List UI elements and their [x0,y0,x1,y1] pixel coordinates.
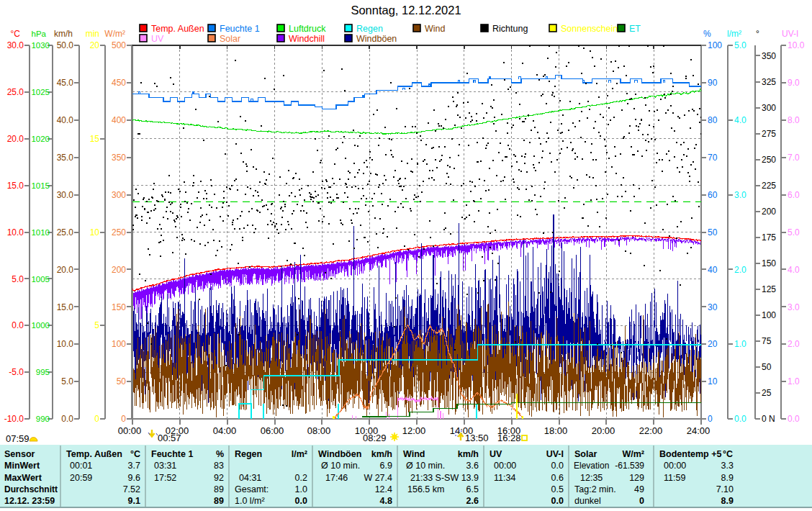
svg-text:400: 400 [112,115,126,125]
svg-text:km/h: km/h [458,449,479,459]
svg-text:0.2: 0.2 [295,473,307,483]
svg-text:22:00: 22:00 [639,425,663,436]
svg-text:300: 300 [762,103,776,113]
svg-text:100: 100 [112,339,126,349]
svg-text:%: % [216,449,224,459]
svg-text:10: 10 [708,376,718,386]
svg-text:8.0: 8.0 [788,115,800,125]
svg-text:12.12. 23:59: 12.12. 23:59 [4,496,55,506]
svg-text:Wind: Wind [403,449,425,459]
svg-text:UV: UV [151,34,164,44]
svg-text:1000: 1000 [31,321,50,330]
svg-text:990: 990 [36,415,50,423]
svg-text:15.0: 15.0 [57,302,74,312]
svg-text:0.5: 0.5 [551,484,564,494]
svg-text:83: 83 [214,461,224,471]
svg-text:Gesamt:: Gesamt: [235,484,269,494]
svg-text:W 27.4: W 27.4 [364,473,392,483]
svg-text:17:46: 17:46 [325,473,348,483]
svg-text:0.0: 0.0 [788,414,800,424]
svg-text:1015: 1015 [31,181,50,190]
svg-text:25.0: 25.0 [57,227,74,238]
svg-text:Ø 10 min.: Ø 10 min. [406,461,445,471]
svg-text:04:00: 04:00 [213,425,237,436]
svg-text:0.0: 0.0 [551,496,564,506]
svg-text:24:00: 24:00 [687,425,710,436]
svg-text:Tag:2 min.: Tag:2 min. [574,484,616,494]
svg-text:80: 80 [708,115,718,125]
svg-text:Temp. Außen: Temp. Außen [151,24,204,34]
svg-text:350: 350 [112,153,126,163]
svg-text:ET: ET [629,24,641,34]
svg-text:00:00: 00:00 [118,425,142,436]
svg-text:5.0: 5.0 [12,274,24,284]
svg-text:0.0: 0.0 [61,414,73,424]
svg-text:0: 0 [762,414,767,424]
svg-text:1.0: 1.0 [788,376,800,386]
svg-text:20.0: 20.0 [7,134,24,144]
svg-text:25.0: 25.0 [7,87,24,97]
svg-text:3.0: 3.0 [734,190,746,200]
svg-text:Wind: Wind [425,24,446,34]
svg-text:1025: 1025 [31,88,50,96]
svg-text:100: 100 [708,40,722,50]
svg-text:20:00: 20:00 [592,425,615,436]
svg-text:995: 995 [36,368,50,376]
svg-text:1020: 1020 [31,135,50,143]
svg-text:9.0: 9.0 [788,78,800,88]
svg-text:Windchill: Windchill [289,34,325,44]
svg-text:5.0: 5.0 [61,376,73,386]
svg-text:Solar: Solar [574,449,597,459]
svg-text:0.0: 0.0 [12,320,24,330]
svg-text:S-SW 13.9: S-SW 13.9 [436,473,479,483]
svg-text:00:00: 00:00 [664,461,686,471]
svg-text:4.0: 4.0 [734,115,746,125]
svg-text:70: 70 [708,153,718,163]
svg-text:0.6: 0.6 [551,473,564,483]
svg-text:50.0: 50.0 [57,40,74,50]
svg-text:275: 275 [762,129,776,139]
svg-text:03:31: 03:31 [154,461,176,471]
svg-text:15: 15 [90,134,100,144]
svg-text:Windböen: Windböen [356,34,397,44]
svg-text:-5.0: -5.0 [9,367,24,377]
svg-text:0.0: 0.0 [295,496,307,506]
svg-text:1.0: 1.0 [734,339,746,349]
svg-text:90: 90 [708,78,718,88]
svg-text:06:00: 06:00 [261,425,284,436]
svg-text:250: 250 [762,155,776,165]
svg-text:9.1: 9.1 [128,496,140,506]
svg-text:dunkel: dunkel [574,496,601,506]
svg-text:N: N [769,414,775,424]
svg-text:3.7: 3.7 [128,461,140,471]
svg-text:30.0: 30.0 [57,190,74,200]
svg-text:1005: 1005 [31,275,50,284]
svg-text:0: 0 [708,414,713,424]
svg-text:°C: °C [130,449,140,459]
svg-text:Luftdruck: Luftdruck [289,24,326,34]
svg-text:175: 175 [762,232,776,243]
svg-text:min: min [86,29,99,39]
svg-text:Windböen: Windböen [318,449,361,459]
svg-text:2.0: 2.0 [734,265,746,275]
svg-text:07:59: 07:59 [6,433,30,444]
svg-text:3.6: 3.6 [466,461,479,471]
svg-text:1.0: 1.0 [295,484,307,494]
svg-text:Regen: Regen [356,24,383,34]
svg-text:200: 200 [762,207,776,217]
svg-text:129: 129 [629,473,644,483]
svg-text:75: 75 [762,336,772,346]
svg-text:0.0: 0.0 [734,414,746,424]
svg-text:-10.0: -10.0 [4,414,24,424]
svg-text:12:35: 12:35 [580,473,603,483]
svg-text:hPa: hPa [32,30,47,38]
svg-text:Elevation: Elevation [574,461,609,471]
svg-text:UV: UV [490,449,502,459]
svg-text:0: 0 [121,414,126,424]
svg-text:150: 150 [112,302,126,312]
svg-text:89: 89 [214,496,224,506]
svg-text:5: 5 [94,320,99,330]
svg-text:125: 125 [762,284,776,294]
svg-text:45.0: 45.0 [57,78,74,88]
svg-text:0.0: 0.0 [551,461,564,471]
